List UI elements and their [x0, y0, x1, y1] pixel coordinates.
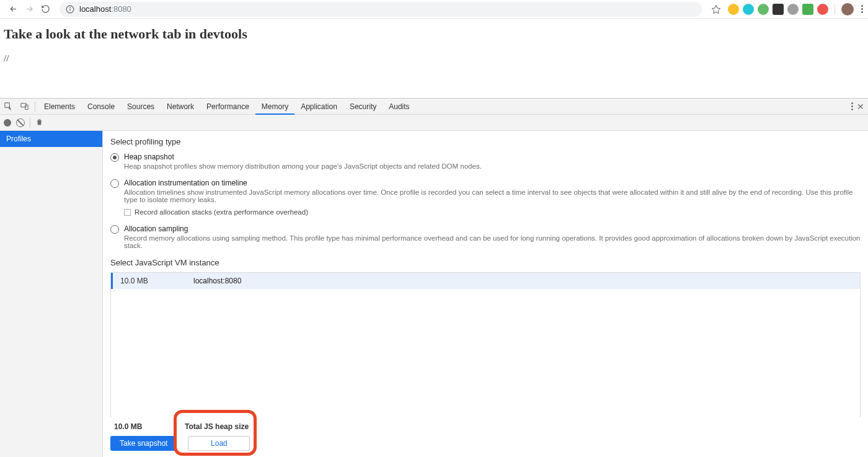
page-body-text: //: [4, 53, 864, 64]
memory-main-panel: Select profiling type Heap snapshot Heap…: [103, 131, 868, 457]
vm-instance-list: 10.0 MB localhost:8080: [110, 272, 861, 417]
separator: [835, 4, 835, 15]
record-icon[interactable]: [4, 119, 11, 126]
profiling-type-heading: Select profiling type: [110, 137, 861, 146]
vm-instance-heading: Select JavaScript VM instance: [110, 258, 861, 267]
radio-heap-snapshot[interactable]: [110, 153, 119, 162]
devtools-tab-memory[interactable]: Memory: [255, 99, 294, 115]
option-desc: Record memory allocations using sampling…: [124, 234, 861, 249]
suboption-label: Record allocation stacks (extra performa…: [135, 208, 308, 216]
devtools-tab-sources[interactable]: Sources: [121, 99, 161, 115]
extension-icon[interactable]: [743, 4, 754, 15]
radio-allocation-sampling[interactable]: [110, 225, 119, 234]
option-title: Allocation sampling: [124, 224, 861, 233]
load-button[interactable]: Load: [188, 436, 250, 451]
profiling-option-allocation-timeline[interactable]: Allocation instrumentation on timeline A…: [110, 179, 861, 216]
devtools-close-icon[interactable]: ✕: [857, 102, 864, 112]
page-content: Take a look at the network tab in devtoo…: [0, 19, 868, 98]
heap-size-label: Total JS heap size: [185, 422, 249, 431]
browser-toolbar: localhost:8080: [0, 0, 868, 19]
profiling-option-allocation-sampling[interactable]: Allocation sampling Record memory alloca…: [110, 224, 861, 249]
take-snapshot-button[interactable]: Take snapshot: [110, 436, 177, 451]
reload-icon[interactable]: [37, 1, 53, 17]
extension-icon[interactable]: [728, 4, 739, 15]
inspect-element-icon[interactable]: [0, 102, 16, 111]
memory-sidebar: Profiles: [0, 131, 103, 457]
extension-icon[interactable]: [787, 4, 799, 15]
profiling-option-heap-snapshot[interactable]: Heap snapshot Heap snapshot profiles sho…: [110, 153, 861, 170]
devtools-tab-bar: ElementsConsoleSourcesNetworkPerformance…: [0, 99, 868, 115]
devtools-tab-elements[interactable]: Elements: [38, 99, 81, 115]
vm-name: localhost:8080: [193, 277, 241, 285]
chrome-menu-icon[interactable]: [861, 5, 863, 13]
devtools-tab-performance[interactable]: Performance: [200, 99, 255, 115]
option-title: Heap snapshot: [124, 153, 861, 161]
star-icon[interactable]: [708, 1, 724, 17]
devtools-tab-console[interactable]: Console: [81, 99, 121, 115]
page-heading: Take a look at the network tab in devtoo…: [4, 26, 864, 42]
nav-back-icon[interactable]: [5, 1, 21, 17]
extension-icon[interactable]: [802, 4, 813, 15]
vm-instance-row[interactable]: 10.0 MB localhost:8080: [111, 273, 860, 289]
nav-forward-icon[interactable]: [21, 1, 37, 17]
memory-footer: 10.0 MB Total JS heap size Take snapshot…: [103, 417, 868, 457]
collect-garbage-icon[interactable]: [35, 118, 43, 128]
devtools-tab-application[interactable]: Application: [294, 99, 343, 115]
heap-size-value: 10.0 MB: [110, 422, 185, 431]
clear-icon[interactable]: [16, 118, 25, 127]
checkbox-record-stacks[interactable]: [124, 209, 131, 216]
option-desc: Allocation timelines show instrumented J…: [124, 189, 861, 203]
option-title: Allocation instrumentation on timeline: [124, 179, 861, 187]
toggle-device-icon[interactable]: [16, 102, 32, 111]
site-info-icon[interactable]: [66, 5, 74, 14]
option-desc: Heap snapshot profiles show memory distr…: [124, 162, 861, 170]
separator: [30, 118, 30, 128]
extension-icon[interactable]: [817, 4, 828, 15]
devtools-tab-security[interactable]: Security: [343, 99, 383, 115]
svg-point-2: [70, 7, 71, 7]
radio-allocation-timeline[interactable]: [110, 179, 119, 188]
devtools-tab-network[interactable]: Network: [161, 99, 200, 115]
suboption-record-stacks[interactable]: Record allocation stacks (extra performa…: [124, 208, 861, 216]
toolbar-right: [708, 1, 863, 17]
profile-avatar[interactable]: [841, 3, 854, 16]
url-text: localhost:8080: [79, 4, 131, 14]
address-bar[interactable]: localhost:8080: [60, 2, 702, 17]
extension-icon[interactable]: [773, 4, 784, 15]
extension-icon[interactable]: [758, 4, 769, 15]
devtools-tab-audits[interactable]: Audits: [383, 99, 415, 115]
separator: [35, 102, 35, 112]
memory-toolbar: [0, 115, 868, 131]
devtools-panel: ElementsConsoleSourcesNetworkPerformance…: [0, 98, 868, 457]
vm-mem: 10.0 MB: [113, 277, 193, 285]
sidebar-tab-profiles[interactable]: Profiles: [0, 131, 102, 147]
devtools-menu-icon[interactable]: [851, 102, 853, 110]
